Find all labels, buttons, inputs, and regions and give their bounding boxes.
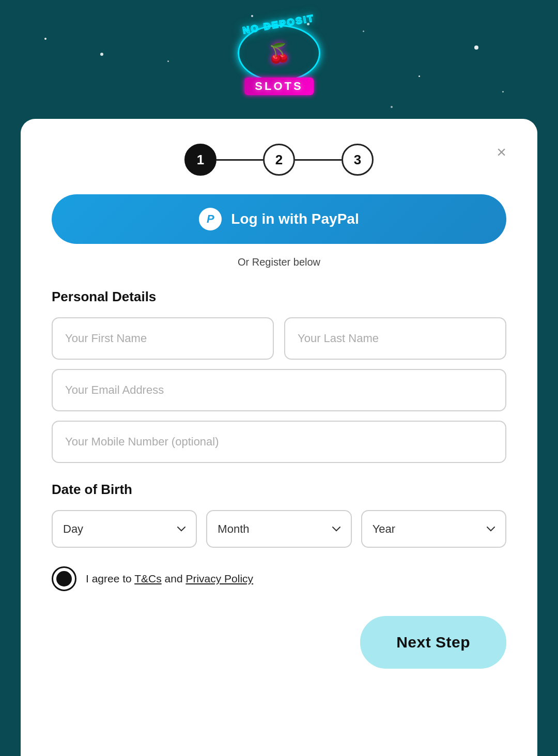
dob-label: Date of Birth: [52, 482, 506, 498]
step-1-circle[interactable]: 1: [184, 144, 216, 176]
step-line-2: [295, 159, 342, 161]
year-select[interactable]: Year200520042003200220012000199919981997…: [361, 510, 506, 548]
terms-link[interactable]: T&Cs: [134, 573, 162, 584]
dob-selects: Day1234567891011121314151617181920212223…: [52, 510, 506, 548]
personal-details-label: Personal Details: [52, 289, 506, 305]
personal-details-section: Personal Details: [52, 289, 506, 463]
mobile-input[interactable]: [52, 421, 506, 463]
privacy-link[interactable]: Privacy Policy: [185, 573, 253, 584]
email-input[interactable]: [52, 369, 506, 411]
or-register-text: Or Register below: [52, 256, 506, 268]
agree-radio[interactable]: [52, 566, 76, 591]
agreement-row: I agree to T&Cs and Privacy Policy: [52, 566, 506, 591]
radio-inner: [56, 571, 72, 587]
logo-slots-text: SLOTS: [255, 80, 303, 92]
email-row: [52, 369, 506, 411]
step-2-circle[interactable]: 2: [263, 144, 295, 176]
mobile-row: [52, 421, 506, 463]
name-row: [52, 317, 506, 360]
paypal-login-button[interactable]: P Log in with PayPal: [52, 194, 506, 244]
logo: NO DEPOSIT 🍒 SLOTS: [227, 16, 331, 98]
paypal-button-label: Log in with PayPal: [231, 211, 359, 227]
logo-banner: SLOTS: [244, 78, 313, 95]
day-select[interactable]: Day1234567891011121314151617181920212223…: [52, 510, 197, 548]
step-line-1: [216, 159, 263, 161]
month-select[interactable]: MonthJanuaryFebruaryMarchAprilMayJuneJul…: [206, 510, 351, 548]
step-indicator: 1 2 3: [52, 144, 506, 176]
paypal-icon: P: [199, 208, 222, 230]
next-step-button[interactable]: Next Step: [360, 616, 506, 669]
logo-icon: 🍒: [268, 44, 291, 63]
dob-section: Date of Birth Day12345678910111213141516…: [52, 482, 506, 548]
agreement-text: I agree to T&Cs and Privacy Policy: [86, 573, 253, 585]
first-name-input[interactable]: [52, 317, 274, 360]
registration-modal: × 1 2 3 P Log in with PayPal Or Register…: [21, 119, 537, 756]
step-3-circle[interactable]: 3: [342, 144, 374, 176]
next-step-container: Next Step: [52, 616, 506, 669]
last-name-input[interactable]: [284, 317, 506, 360]
header: NO DEPOSIT 🍒 SLOTS: [0, 0, 558, 119]
logo-circle: 🍒: [238, 25, 320, 82]
